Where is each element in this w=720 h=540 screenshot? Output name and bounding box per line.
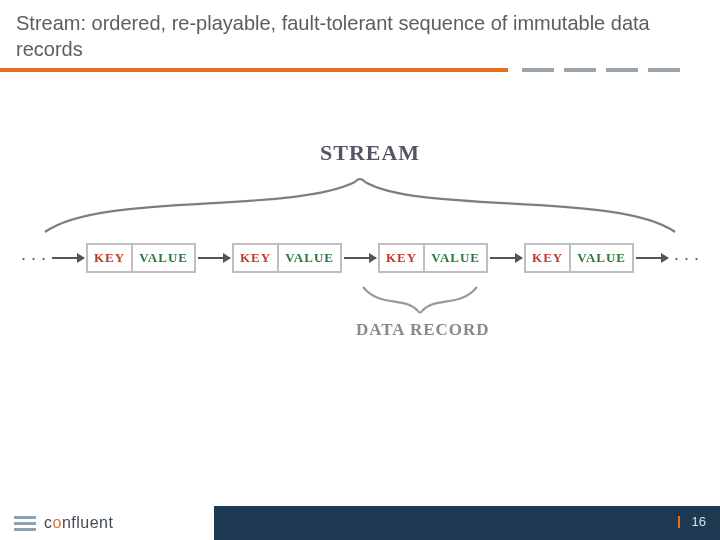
data-record: KEY VALUE	[378, 243, 488, 273]
slide-title: Stream: ordered, re-playable, fault-tole…	[16, 10, 656, 62]
data-record-label: DATA RECORD	[356, 320, 490, 340]
brand: confluent	[0, 506, 214, 540]
arrow-icon	[344, 257, 376, 259]
value-label: VALUE	[139, 250, 188, 266]
stream-diagram: STREAM · · · KEY VALUE KEY VALUE KEY VAL…	[0, 140, 720, 380]
stream-label: STREAM	[320, 140, 420, 166]
title-underline	[0, 68, 720, 72]
arrow-icon	[490, 257, 522, 259]
record-brace-icon	[360, 284, 480, 314]
brand-name: confluent	[44, 514, 113, 532]
arrow-icon	[198, 257, 230, 259]
value-label: VALUE	[285, 250, 334, 266]
key-label: KEY	[240, 250, 271, 266]
data-record: KEY VALUE	[524, 243, 634, 273]
ellipsis-left: · · ·	[21, 248, 46, 269]
footer: confluent 16	[0, 506, 720, 540]
key-label: KEY	[532, 250, 563, 266]
ellipsis-right: · · ·	[674, 248, 699, 269]
logo-icon	[14, 516, 36, 531]
value-label: VALUE	[577, 250, 626, 266]
data-record: KEY VALUE	[232, 243, 342, 273]
key-label: KEY	[94, 250, 125, 266]
record-row: · · · KEY VALUE KEY VALUE KEY VALUE KEY …	[0, 240, 720, 276]
value-label: VALUE	[431, 250, 480, 266]
page-number: 16	[692, 514, 706, 529]
arrow-icon	[636, 257, 668, 259]
key-label: KEY	[386, 250, 417, 266]
stream-brace-icon	[40, 174, 680, 234]
arrow-icon	[52, 257, 84, 259]
data-record: KEY VALUE	[86, 243, 196, 273]
